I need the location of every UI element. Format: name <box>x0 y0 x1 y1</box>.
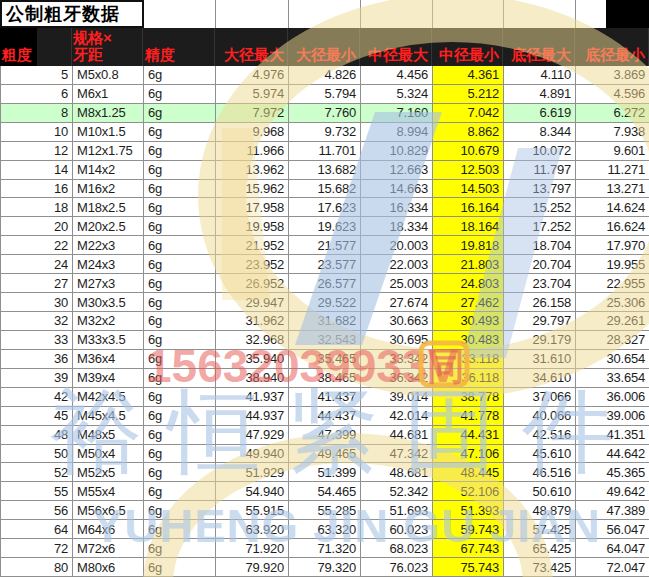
cell-pitch-min-row13[interactable]: 27.462 <box>433 293 504 312</box>
cell-pitch-min-row23[interactable]: 52.106 <box>433 482 504 501</box>
cell-minor-min-row16[interactable]: 30.654 <box>576 350 649 369</box>
cell-grade-row6[interactable]: 6g <box>144 161 216 180</box>
cell-grade-row22[interactable]: 6g <box>144 463 216 482</box>
cell-minor-max-row15[interactable]: 29.179 <box>504 331 576 350</box>
cell-major-min-row13[interactable]: 29.522 <box>289 293 361 312</box>
cell-minor-max-row4[interactable]: 8.344 <box>504 123 576 142</box>
cell-minor-min-row12[interactable]: 22.955 <box>576 274 649 293</box>
cell-pitch-max-row18[interactable]: 39.014 <box>361 388 433 407</box>
cell-minor-max-row21[interactable]: 45.610 <box>504 445 576 464</box>
cell-size-row14[interactable]: 32 <box>1 312 73 331</box>
cell-major-max-row4[interactable]: 9.968 <box>216 123 289 142</box>
cell-major-max-row20[interactable]: 47.929 <box>216 426 289 445</box>
cell-pitch-max-row14[interactable]: 30.663 <box>361 312 433 331</box>
cell-minor-min-row7[interactable]: 13.271 <box>576 180 649 199</box>
cell-minor-min-row8[interactable]: 14.624 <box>576 198 649 217</box>
cell-major-min-row9[interactable]: 19.623 <box>289 217 361 236</box>
cell-major-max-row1[interactable]: 4.976 <box>216 66 289 85</box>
cell-grade-row4[interactable]: 6g <box>144 123 216 142</box>
cell-major-min-row6[interactable]: 13.682 <box>289 161 361 180</box>
cell-pitch-min-row25[interactable]: 59.743 <box>433 520 504 539</box>
cell-minor-max-row1[interactable]: 4.110 <box>504 66 576 85</box>
cell-pitch-max-row27[interactable]: 76.023 <box>361 558 433 577</box>
cell-spec-row14[interactable]: M32x2 <box>73 312 144 331</box>
cell-spec-row17[interactable]: M39x4 <box>73 369 144 388</box>
cell-pitch-min-row1[interactable]: 4.361 <box>433 66 504 85</box>
cell-major-min-row12[interactable]: 26.577 <box>289 274 361 293</box>
cell-minor-max-row14[interactable]: 29.797 <box>504 312 576 331</box>
cell-grade-row14[interactable]: 6g <box>144 312 216 331</box>
cell-minor-max-row12[interactable]: 23.704 <box>504 274 576 293</box>
cell-spec-row7[interactable]: M16x2 <box>73 180 144 199</box>
cell-grade-row15[interactable]: 6g <box>144 331 216 350</box>
cell-spec-row13[interactable]: M30x3.5 <box>73 293 144 312</box>
cell-major-min-row3[interactable]: 7.760 <box>289 104 361 123</box>
cell-pitch-max-row16[interactable]: 33.342 <box>361 350 433 369</box>
cell-major-max-row2[interactable]: 5.974 <box>216 85 289 104</box>
cell-pitch-min-row2[interactable]: 5.212 <box>433 85 504 104</box>
cell-minor-max-row8[interactable]: 15.252 <box>504 198 576 217</box>
cell-size-row10[interactable]: 22 <box>1 236 73 255</box>
cell-pitch-min-row7[interactable]: 14.503 <box>433 180 504 199</box>
cell-pitch-max-row20[interactable]: 44.681 <box>361 426 433 445</box>
cell-pitch-min-row22[interactable]: 48.445 <box>433 463 504 482</box>
cell-pitch-max-row22[interactable]: 48.681 <box>361 463 433 482</box>
black-corner-cell[interactable] <box>606 0 649 28</box>
cell-pitch-max-row24[interactable]: 51.693 <box>361 501 433 520</box>
cell-minor-min-row22[interactable]: 45.365 <box>576 463 649 482</box>
cell-minor-min-row5[interactable]: 9.601 <box>576 142 649 161</box>
cell-minor-min-row14[interactable]: 29.261 <box>576 312 649 331</box>
cell-major-min-row7[interactable]: 15.682 <box>289 180 361 199</box>
cell-pitch-min-row12[interactable]: 24.803 <box>433 274 504 293</box>
cell-spec-row20[interactable]: M48x5 <box>73 426 144 445</box>
cell-minor-max-row20[interactable]: 42.516 <box>504 426 576 445</box>
cell-minor-max-row10[interactable]: 18.704 <box>504 236 576 255</box>
cell-size-row25[interactable]: 64 <box>1 520 73 539</box>
cell-major-max-row25[interactable]: 63.920 <box>216 520 289 539</box>
cell-pitch-min-row4[interactable]: 8.862 <box>433 123 504 142</box>
cell-spec-row16[interactable]: M36x4 <box>73 350 144 369</box>
cell-size-row15[interactable]: 33 <box>1 331 73 350</box>
cell-pitch-min-row11[interactable]: 21.803 <box>433 255 504 274</box>
cell-major-min-row22[interactable]: 51.399 <box>289 463 361 482</box>
cell-size-row1[interactable]: 5 <box>1 66 73 85</box>
cell-grade-row18[interactable]: 6g <box>144 388 216 407</box>
cell-grade-row17[interactable]: 6g <box>144 369 216 388</box>
cell-major-min-row14[interactable]: 31.682 <box>289 312 361 331</box>
cell-minor-max-row26[interactable]: 65.425 <box>504 539 576 558</box>
cell-pitch-max-row23[interactable]: 52.342 <box>361 482 433 501</box>
cell-pitch-max-row4[interactable]: 8.994 <box>361 123 433 142</box>
cell-major-max-row6[interactable]: 13.962 <box>216 161 289 180</box>
cell-pitch-max-row8[interactable]: 16.334 <box>361 198 433 217</box>
cell-grade-row26[interactable]: 6g <box>144 539 216 558</box>
cell-major-max-row16[interactable]: 35.940 <box>216 350 289 369</box>
header-cell-major-min[interactable]: 大径最小 <box>288 28 360 66</box>
cell-minor-min-row24[interactable]: 47.389 <box>576 501 649 520</box>
cell-pitch-min-row26[interactable]: 67.743 <box>433 539 504 558</box>
cell-major-max-row23[interactable]: 54.940 <box>216 482 289 501</box>
cell-spec-row11[interactable]: M24x3 <box>73 255 144 274</box>
cell-pitch-min-row19[interactable]: 41.778 <box>433 407 504 426</box>
cell-pitch-max-row21[interactable]: 47.342 <box>361 445 433 464</box>
cell-spec-row24[interactable]: M56x6.5 <box>73 501 144 520</box>
cell-grade-row11[interactable]: 6g <box>144 255 216 274</box>
cell-size-row19[interactable]: 45 <box>1 407 73 426</box>
cell-pitch-min-row14[interactable]: 30.493 <box>433 312 504 331</box>
cell-pitch-min-row8[interactable]: 16.164 <box>433 198 504 217</box>
cell-pitch-max-row1[interactable]: 4.456 <box>361 66 433 85</box>
cell-minor-max-row13[interactable]: 26.158 <box>504 293 576 312</box>
cell-minor-max-row5[interactable]: 10.072 <box>504 142 576 161</box>
cell-pitch-min-row15[interactable]: 30.483 <box>433 331 504 350</box>
header-cell-major-max[interactable]: 大径最大 <box>215 28 288 66</box>
cell-minor-min-row17[interactable]: 33.654 <box>576 369 649 388</box>
cell-minor-max-row16[interactable]: 31.610 <box>504 350 576 369</box>
cell-minor-min-row21[interactable]: 44.642 <box>576 445 649 464</box>
cell-pitch-min-row5[interactable]: 10.679 <box>433 142 504 161</box>
cell-size-row2[interactable]: 6 <box>1 85 73 104</box>
cell-major-max-row21[interactable]: 49.940 <box>216 445 289 464</box>
cell-grade-row7[interactable]: 6g <box>144 180 216 199</box>
cell-major-max-row14[interactable]: 31.962 <box>216 312 289 331</box>
cell-size-row3[interactable]: 8 <box>1 104 73 123</box>
cell-major-max-row7[interactable]: 15.962 <box>216 180 289 199</box>
cell-spec-row27[interactable]: M80x6 <box>73 558 144 577</box>
